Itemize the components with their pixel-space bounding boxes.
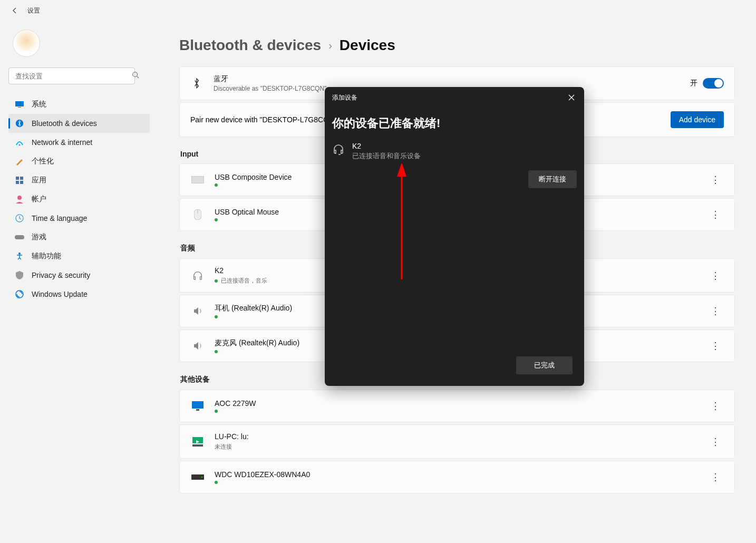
status-dot-icon <box>215 315 218 318</box>
svg-rect-7 <box>20 177 23 180</box>
speaker-icon <box>190 338 205 353</box>
sidebar-item-label: Time & language <box>32 214 87 222</box>
sidebar: 系统Bluetooth & devicesNetwork & internet个… <box>0 21 158 543</box>
breadcrumb-current: Devices <box>340 37 395 54</box>
sidebar-item-label: 个性化 <box>32 157 54 166</box>
window-header: 设置 <box>0 0 756 21</box>
sidebar-item-label: Privacy & security <box>32 271 90 279</box>
svg-rect-3 <box>18 107 21 108</box>
device-row[interactable]: LU-PC: lu:未连接⋮ <box>179 424 735 459</box>
dialog-device-status: 已连接语音和音乐设备 <box>352 151 421 161</box>
sidebar-item-label: 应用 <box>32 176 46 185</box>
add-device-dialog: 添加设备 你的设备已准备就绪! K2 已连接语音和音乐设备 断开连接 已完成 <box>325 87 584 386</box>
status-dot-icon <box>215 350 218 353</box>
status-dot-icon <box>215 481 218 484</box>
drive-icon <box>190 470 205 484</box>
headphones-icon <box>190 268 205 283</box>
mouse-icon <box>190 207 205 222</box>
svg-point-5 <box>19 144 21 146</box>
sidebar-item-label: Windows Update <box>32 290 88 298</box>
device-row[interactable]: WDC WD10EZEX-08WN4A0⋮ <box>179 461 735 493</box>
device-menu-button[interactable]: ⋮ <box>707 337 724 354</box>
device-menu-button[interactable]: ⋮ <box>707 303 724 319</box>
arrow-left-icon <box>11 6 19 15</box>
bluetooth-toggle[interactable] <box>703 78 724 89</box>
privacy-icon <box>15 270 24 280</box>
pc-icon <box>190 434 205 449</box>
bluetooth-icon <box>15 119 24 128</box>
nav-list: 系统Bluetooth & devicesNetwork & internet个… <box>8 95 150 304</box>
device-menu-button[interactable]: ⋮ <box>707 397 724 414</box>
chevron-right-icon: › <box>328 40 332 52</box>
sidebar-item-label: 游戏 <box>32 232 46 242</box>
bluetooth-title: 蓝牙 <box>214 74 690 84</box>
sidebar-item-accounts[interactable]: 帐户 <box>8 190 150 209</box>
dialog-header-title: 添加设备 <box>332 93 357 102</box>
device-menu-button[interactable]: ⋮ <box>707 469 724 486</box>
device-menu-button[interactable]: ⋮ <box>707 206 724 223</box>
device-menu-button[interactable]: ⋮ <box>707 171 724 188</box>
sidebar-item-gaming[interactable]: 游戏 <box>8 228 150 247</box>
svg-rect-21 <box>192 444 203 447</box>
back-button[interactable] <box>8 4 21 17</box>
svg-line-1 <box>137 76 139 79</box>
speaker-icon <box>190 304 205 318</box>
svg-point-23 <box>201 477 202 478</box>
header-title: 设置 <box>27 6 40 15</box>
sidebar-item-label: Network & internet <box>32 138 92 147</box>
device-menu-button[interactable]: ⋮ <box>707 433 724 450</box>
search-wrap <box>8 67 150 84</box>
bluetooth-toggle-label: 开 <box>690 79 697 88</box>
sidebar-item-accessibility[interactable]: 辅助功能 <box>8 247 150 266</box>
breadcrumb-parent[interactable]: Bluetooth & devices <box>179 37 321 54</box>
sidebar-item-network[interactable]: Network & internet <box>8 133 150 152</box>
dialog-device-row: K2 已连接语音和音乐设备 <box>325 142 584 161</box>
headset-icon <box>332 143 345 156</box>
sidebar-item-system[interactable]: 系统 <box>8 95 150 114</box>
accessibility-icon <box>15 251 24 261</box>
sidebar-item-label: 帐户 <box>32 195 46 204</box>
pair-text: Pair new device with "DESKTOP-L7G8CQN" <box>190 115 337 124</box>
gaming-icon <box>15 232 24 242</box>
sidebar-item-apps[interactable]: 应用 <box>8 171 150 190</box>
svg-rect-9 <box>20 181 23 184</box>
search-input[interactable] <box>8 67 135 84</box>
status-dot-icon <box>215 218 218 221</box>
done-button[interactable]: 已完成 <box>516 356 573 374</box>
svg-point-10 <box>17 196 22 200</box>
search-icon <box>132 71 139 81</box>
accounts-icon <box>15 195 24 204</box>
close-icon <box>568 94 575 101</box>
network-icon <box>15 138 24 147</box>
apps-icon <box>15 176 24 185</box>
avatar[interactable] <box>13 30 40 57</box>
device-name: LU-PC: lu: <box>215 432 707 441</box>
close-button[interactable] <box>566 92 577 103</box>
svg-rect-6 <box>16 177 19 180</box>
device-status: 未连接 <box>215 443 707 451</box>
device-row[interactable]: AOC 2279W⋮ <box>179 390 735 422</box>
svg-point-0 <box>133 72 138 77</box>
svg-rect-19 <box>196 409 199 411</box>
personalization-icon <box>15 157 24 166</box>
svg-rect-15 <box>191 176 204 183</box>
add-device-button[interactable]: Add device <box>671 111 724 128</box>
sidebar-item-time[interactable]: Time & language <box>8 209 150 228</box>
sidebar-item-personalization[interactable]: 个性化 <box>8 152 150 171</box>
sidebar-item-update[interactable]: Windows Update <box>8 285 150 304</box>
monitor-icon <box>190 399 205 413</box>
svg-rect-8 <box>16 181 19 184</box>
device-menu-button[interactable]: ⋮ <box>707 267 724 284</box>
dialog-title: 你的设备已准备就绪! <box>325 108 584 142</box>
sidebar-item-label: Bluetooth & devices <box>32 119 97 128</box>
device-name: AOC 2279W <box>215 399 707 408</box>
disconnect-button[interactable]: 断开连接 <box>528 170 577 188</box>
sidebar-item-label: 系统 <box>32 100 46 109</box>
status-dot-icon <box>215 410 218 413</box>
device-status <box>215 481 707 484</box>
dialog-device-name: K2 <box>352 142 421 150</box>
time-icon <box>15 214 24 223</box>
breadcrumb: Bluetooth & devices › Devices <box>179 37 735 54</box>
sidebar-item-bluetooth[interactable]: Bluetooth & devices <box>8 114 150 133</box>
sidebar-item-privacy[interactable]: Privacy & security <box>8 266 150 285</box>
